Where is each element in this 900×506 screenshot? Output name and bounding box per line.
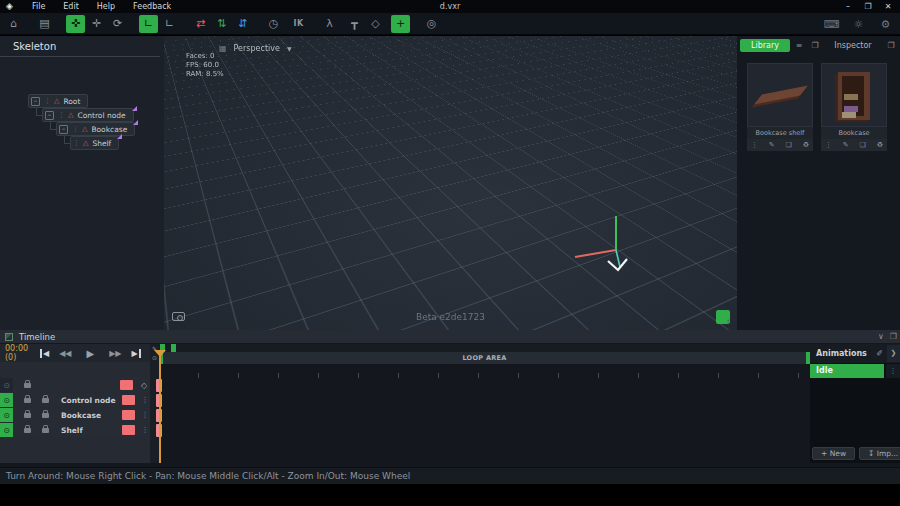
collapse-icon[interactable]: – [59,125,68,134]
item-delete-icon[interactable]: ♻ [803,141,809,149]
add-button[interactable]: + [391,15,410,33]
copy-pose-button[interactable]: ⇅ [212,15,231,33]
shortcuts-keyboard-button[interactable]: ⌨ [822,15,841,33]
loop-marker-strip[interactable] [159,344,810,352]
skip-to-start-button[interactable]: ◀ [40,349,54,358]
playhead-line[interactable] [159,352,161,463]
tab-library[interactable]: Library [740,39,790,52]
library-detach-icon[interactable]: ❐ [808,39,822,52]
library-menu-icon[interactable]: ≡ [792,39,806,52]
mirror-pose-button[interactable]: ⇄ [191,15,210,33]
restore-button[interactable]: ❐ [860,0,876,13]
lock-icon[interactable] [42,398,49,403]
item-duplicate-icon[interactable]: ❏ [786,141,792,149]
lock-icon[interactable] [24,398,31,403]
timeline-ruler-zone[interactable]: LOOP AREA [159,344,810,463]
tree-node-control-node[interactable]: – ⋮ △ Control node [42,108,134,122]
save-button[interactable]: ▤ [35,15,54,33]
tab-inspector[interactable]: Inspector [824,41,882,50]
menu-edit[interactable]: Edit [54,0,88,13]
mesh-button[interactable]: ◇ [366,15,385,33]
lock-icon[interactable] [42,413,49,418]
new-animation-button[interactable]: + New [812,447,855,460]
track-menu-icon[interactable]: ⋮ [140,396,150,404]
ik-toggle-button[interactable]: IK [289,15,308,33]
lighting-button[interactable]: ☼ [849,15,868,33]
target-button[interactable]: ◎ [422,15,441,33]
animations-expand-icon[interactable]: ❯ [887,345,900,362]
collapse-icon[interactable]: – [45,111,54,120]
move-tool-button[interactable]: ✛ [87,15,106,33]
import-animation-button[interactable]: ↧ Imp... [859,447,900,460]
paste-pose-button[interactable]: ⇵ [233,15,252,33]
previous-frame-button[interactable]: ◀◀ [54,349,76,358]
animation-item-menu-icon[interactable]: ⋮ [886,364,900,378]
toolbar-right-group: ⌨ ☼ ⚙ [821,13,896,35]
history-button[interactable]: ◷ [264,15,283,33]
animation-item-idle[interactable]: Idle [810,364,884,378]
menu-help[interactable]: Help [88,0,124,13]
menu-file[interactable]: File [23,0,54,13]
color-swatch[interactable] [122,395,135,405]
menu-feedback[interactable]: Feedback [124,0,180,13]
next-frame-button[interactable]: ▶▶ [104,349,126,358]
frame-ruler[interactable] [159,364,810,378]
hierarchy-button[interactable]: ┳ [345,15,364,33]
skip-to-end-button[interactable]: ▶ [126,349,140,358]
item-thumbnail[interactable] [821,63,887,127]
viewport-3d[interactable]: ▦ Perspective ▼ Faces: 0 FPS: 60.0 RAM: … [164,36,737,330]
loop-marker[interactable] [171,344,176,352]
visibility-all-icon[interactable]: ⊙ [0,378,13,392]
item-delete-icon[interactable]: ♻ [877,141,883,149]
inspector-detach-icon[interactable]: ❐ [884,39,898,52]
color-swatch[interactable] [122,425,135,435]
timeline-detach-icon[interactable]: ❐ [890,332,897,341]
item-thumbnail[interactable] [747,63,813,127]
rotate-tool-button[interactable]: ⟳ [108,15,127,33]
track-row-bookcase[interactable]: ⊙ Bookcase ⋮ [0,408,150,422]
viewport-expand-handle[interactable] [716,310,730,324]
color-swatch[interactable] [122,410,135,420]
pose-mode-button[interactable]: λ [320,15,339,33]
lock-icon[interactable] [24,413,31,418]
tree-node-root[interactable]: – ⋮ △ Root [28,94,88,108]
camera-mode-dropdown[interactable]: ▦ Perspective ▼ [219,44,292,53]
playhead-handle[interactable] [154,350,166,357]
settings-gear-button[interactable]: ⚙ [876,15,895,33]
color-swatch[interactable] [120,380,133,390]
collapse-icon[interactable]: – [31,97,40,106]
tree-node-bookcase[interactable]: – ⋮ △ Bookcase [56,122,135,136]
lock-all-icon[interactable] [24,383,31,388]
item-kebab-icon[interactable]: ⋮ [825,141,832,149]
track-row-control-node[interactable]: ⊙ Control node ⋮ [0,393,150,407]
bone-icon: △ [54,97,59,105]
home-button[interactable]: ⌂ [4,15,23,33]
focus-tool-button[interactable]: ✜ [66,15,85,33]
close-button[interactable]: ✕ [880,0,896,13]
play-button[interactable]: ▶ [76,348,104,359]
clean-animations-icon[interactable]: ✐ [872,349,887,358]
item-edit-icon[interactable]: ✎ [843,141,849,149]
track-menu-icon[interactable]: ⋮ [140,426,150,434]
lock-icon[interactable] [24,428,31,433]
visibility-eye-icon[interactable]: ⊙ [0,423,13,437]
item-kebab-icon[interactable]: ⋮ [751,141,758,149]
item-duplicate-icon[interactable]: ❏ [860,141,866,149]
pivot-global-button[interactable]: ∟ [160,15,179,33]
track-row-shelf[interactable]: ⊙ Shelf ⋮ [0,423,150,437]
visibility-eye-icon[interactable]: ⊙ [0,393,13,407]
timeline-collapse-icon[interactable]: ∨ [878,332,884,341]
minimize-button[interactable]: – [840,0,856,13]
lock-icon[interactable] [42,428,49,433]
library-item-bookcase-shelf[interactable]: Bookcase shelf ⋮ ✎ ❏ ♻ [747,63,813,151]
item-edit-icon[interactable]: ✎ [769,141,775,149]
current-time-display[interactable]: 00:00 (0) [0,344,40,362]
loop-area-bar[interactable]: LOOP AREA [159,352,810,364]
library-item-bookcase[interactable]: Bookcase ⋮ ✎ ❏ ♻ [821,63,887,151]
track-menu-icon[interactable]: ⋮ [140,411,150,419]
pivot-local-button[interactable]: ∟ [139,15,158,33]
visibility-eye-icon[interactable]: ⊙ [0,408,13,422]
track-header-row: ⊙ ◇ [0,378,150,392]
keyframe-diamond-icon[interactable]: ◇ [138,381,150,390]
tree-node-shelf[interactable]: ⋮ △ Shelf [70,136,119,150]
